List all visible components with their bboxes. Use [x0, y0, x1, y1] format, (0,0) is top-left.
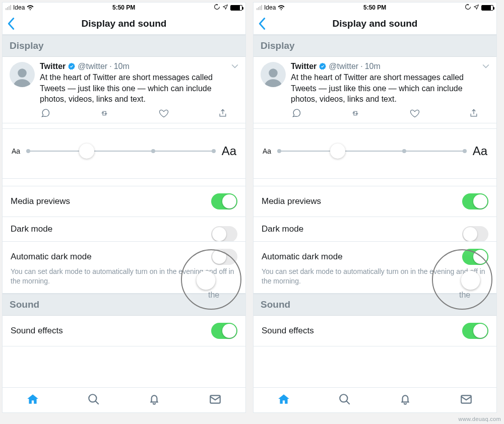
svg-point-4	[340, 394, 347, 402]
tweet-handle: @twitter	[78, 62, 107, 71]
back-button[interactable]	[8, 18, 15, 30]
row-sound-effects[interactable]: Sound effects	[3, 316, 245, 346]
sound-effects-toggle[interactable]	[211, 323, 237, 339]
back-button[interactable]	[259, 18, 266, 30]
auto-dark-description: You can set dark mode to automatically t…	[254, 267, 496, 294]
row-dark-mode[interactable]: Dark mode	[3, 217, 245, 242]
carrier-label: Idea	[13, 4, 25, 11]
section-display: Display	[254, 35, 496, 57]
tweet-text: At the heart of Twitter are short messag…	[40, 72, 238, 105]
svg-point-3	[269, 68, 278, 78]
clock: 5:50 PM	[112, 4, 135, 11]
svg-point-1	[89, 394, 96, 402]
phone-right: Idea 5:50 PM Display and sound Display	[253, 2, 497, 413]
status-bar: Idea 5:50 PM	[3, 3, 245, 13]
tab-search[interactable]	[338, 393, 351, 408]
verified-badge-icon	[68, 62, 76, 70]
tab-home[interactable]	[26, 393, 39, 408]
sound-effects-label: Sound effects	[262, 326, 314, 336]
page-title: Display and sound	[82, 18, 167, 29]
caret-down-icon[interactable]	[231, 62, 238, 70]
caret-down-icon[interactable]	[482, 62, 489, 70]
text-size-large-label: Aa	[222, 144, 236, 158]
tweet-sep: ·	[360, 62, 362, 71]
slider-thumb[interactable]	[79, 144, 94, 159]
section-sound: Sound	[3, 294, 245, 316]
auto-dark-label: Automatic dark mode	[11, 252, 92, 262]
sound-effects-label: Sound effects	[11, 326, 63, 336]
avatar	[10, 62, 35, 87]
row-auto-dark[interactable]: Automatic dark mode	[3, 242, 245, 267]
tab-messages[interactable]	[209, 393, 222, 408]
orientation-lock-icon	[465, 4, 471, 12]
slider-track[interactable]	[26, 151, 216, 152]
location-icon	[222, 4, 228, 12]
phone-left: Idea 5:50 PM Display and sound	[2, 2, 246, 413]
battery-icon	[481, 5, 493, 11]
tweet-time: 10m	[365, 62, 381, 71]
status-bar: Idea 5:50 PM	[254, 3, 496, 13]
location-icon	[473, 4, 479, 12]
tweet-sep: ·	[109, 62, 111, 71]
carrier-label: Idea	[264, 4, 276, 11]
media-previews-toggle[interactable]	[462, 193, 488, 209]
tweet-time: 10m	[114, 62, 130, 71]
tab-messages[interactable]	[460, 393, 473, 408]
signal-icon	[257, 5, 262, 10]
media-previews-label: Media previews	[262, 196, 321, 206]
nav-header: Display and sound	[3, 13, 245, 35]
wifi-icon	[278, 5, 285, 11]
auto-dark-description: You can set dark mode to automatically t…	[3, 267, 245, 294]
row-dark-mode[interactable]: Dark mode	[254, 217, 496, 242]
share-icon[interactable]	[468, 109, 479, 118]
share-icon[interactable]	[217, 109, 228, 118]
auto-dark-toggle[interactable]	[462, 249, 488, 265]
section-sound: Sound	[254, 294, 496, 316]
slider-thumb[interactable]	[330, 144, 345, 159]
tab-bar	[3, 387, 245, 412]
battery-icon	[230, 5, 242, 11]
auto-dark-toggle[interactable]	[211, 249, 237, 265]
like-icon[interactable]	[158, 109, 169, 118]
orientation-lock-icon	[214, 4, 220, 12]
svg-point-0	[18, 68, 27, 78]
tab-search[interactable]	[87, 393, 100, 408]
reply-icon[interactable]	[291, 109, 302, 118]
watermark: www.deuaq.com	[458, 416, 501, 422]
slider-track[interactable]	[277, 151, 467, 152]
tab-home[interactable]	[277, 393, 290, 408]
like-icon[interactable]	[409, 109, 420, 118]
retweet-icon[interactable]	[99, 109, 110, 118]
tweet-text: At the heart of Twitter are short messag…	[291, 72, 489, 105]
signal-icon	[6, 5, 11, 10]
tab-notifications[interactable]	[148, 393, 161, 408]
reply-icon[interactable]	[40, 109, 51, 118]
section-display: Display	[3, 35, 245, 57]
clock: 5:50 PM	[363, 4, 386, 11]
dark-mode-toggle[interactable]	[211, 226, 237, 242]
retweet-icon[interactable]	[350, 109, 361, 118]
tab-notifications[interactable]	[399, 393, 412, 408]
text-size-slider[interactable]: Aa Aa	[254, 128, 496, 179]
tab-bar	[254, 387, 496, 412]
dark-mode-label: Dark mode	[11, 224, 52, 234]
tweet-author: Twitter	[40, 62, 66, 71]
wifi-icon	[27, 5, 34, 11]
example-tweet: Twitter @twitter · 10m At the heart of T…	[3, 57, 245, 123]
media-previews-toggle[interactable]	[211, 193, 237, 209]
sound-effects-toggle[interactable]	[462, 323, 488, 339]
avatar	[261, 62, 286, 87]
row-sound-effects[interactable]: Sound effects	[254, 316, 496, 346]
example-tweet: Twitter @twitter · 10m At the heart of T…	[254, 57, 496, 123]
tweet-handle: @twitter	[329, 62, 358, 71]
row-auto-dark[interactable]: Automatic dark mode	[254, 242, 496, 267]
text-size-small-label: Aa	[263, 147, 271, 155]
text-size-slider[interactable]: Aa Aa	[3, 128, 245, 179]
verified-badge-icon	[319, 62, 327, 70]
dark-mode-toggle[interactable]	[462, 226, 488, 242]
page-title: Display and sound	[333, 18, 418, 29]
auto-dark-label: Automatic dark mode	[262, 252, 343, 262]
nav-header: Display and sound	[254, 13, 496, 35]
row-media-previews[interactable]: Media previews	[254, 186, 496, 217]
row-media-previews[interactable]: Media previews	[3, 186, 245, 217]
